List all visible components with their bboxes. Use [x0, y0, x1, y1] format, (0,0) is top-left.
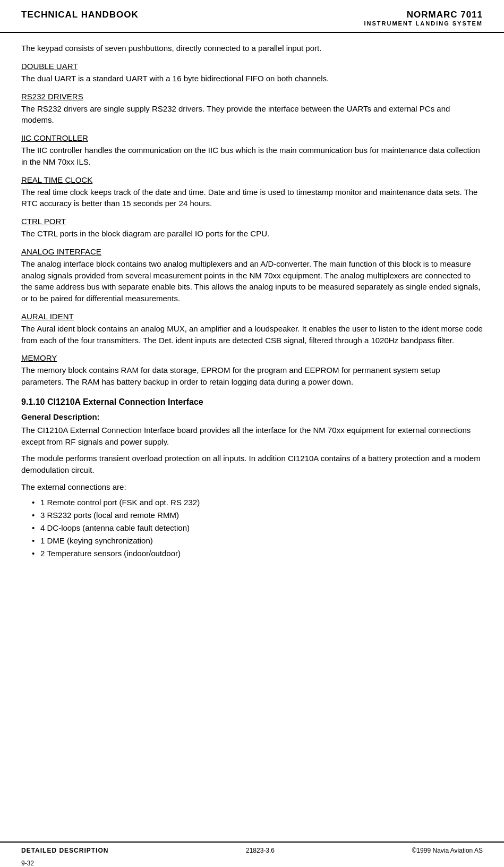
- ctrl-port-title: CTRL PORT: [21, 217, 483, 226]
- memory-title: MEMORY: [21, 353, 483, 362]
- analog-interface-text: The analog interface block contains two …: [21, 258, 483, 304]
- footer-right: ©1999 Navia Aviation AS: [412, 847, 483, 854]
- rs232-drivers-title: RS232 DRIVERS: [21, 92, 483, 101]
- subsection-para3: The external connections are:: [21, 481, 483, 493]
- list-item: 3 RS232 ports (local and remote RMM): [32, 509, 483, 522]
- double-uart-text: The dual UART is a standard UART with a …: [21, 73, 483, 84]
- list-item: 4 DC-loops (antenna cable fault detectio…: [32, 522, 483, 534]
- iic-controller-title: IIC CONTROLLER: [21, 133, 483, 142]
- page-footer: DETAILED DESCRIPTION 21823-3.6 ©1999 Nav…: [0, 842, 504, 858]
- iic-controller-text: The IIC controller handles the communica…: [21, 144, 483, 168]
- subsection-general-heading: General Description:: [21, 412, 483, 421]
- memory-text: The memory block contains RAM for data s…: [21, 364, 483, 388]
- real-time-clock-title: REAL TIME CLOCK: [21, 175, 483, 184]
- page-header: TECHNICAL HANDBOOK NORMARC 7011 INSTRUME…: [0, 0, 504, 33]
- subsection-heading: 9.1.10 CI1210A External Connection Inter…: [21, 397, 483, 407]
- intro-text: The keypad consists of seven pushbuttons…: [21, 42, 483, 54]
- list-item: 2 Temperature sensors (indoor/outdoor): [32, 547, 483, 560]
- header-right-subtitle: INSTRUMENT LANDING SYSTEM: [364, 20, 483, 27]
- list-item: 1 Remote control port (FSK and opt. RS 2…: [32, 496, 483, 509]
- rs232-drivers-text: The RS232 drivers are single supply RS23…: [21, 103, 483, 126]
- subsection-9110: 9.1.10 CI1210A External Connection Inter…: [21, 397, 483, 560]
- section-analog-interface: ANALOG INTERFACE The analog interface bl…: [21, 247, 483, 304]
- real-time-clock-text: The real time clock keeps track of the d…: [21, 186, 483, 210]
- section-ctrl-port: CTRL PORT The CTRL ports in the block di…: [21, 217, 483, 240]
- analog-interface-title: ANALOG INTERFACE: [21, 247, 483, 256]
- section-double-uart: DOUBLE UART The dual UART is a standard …: [21, 62, 483, 84]
- main-content: The keypad consists of seven pushbuttons…: [0, 33, 504, 842]
- aural-ident-title: AURAL IDENT: [21, 312, 483, 321]
- subsection-para2: The module performs transient overload p…: [21, 453, 483, 476]
- ctrl-port-text: The CTRL ports in the block diagram are …: [21, 228, 483, 240]
- header-left-title: TECHNICAL HANDBOOK: [21, 10, 139, 20]
- aural-ident-text: The Aural ident block contains an analog…: [21, 323, 483, 346]
- footer-left: DETAILED DESCRIPTION: [21, 847, 108, 854]
- header-right-title: NORMARC 7011: [364, 10, 483, 20]
- footer-page-number: 9-32: [21, 860, 34, 867]
- page: TECHNICAL HANDBOOK NORMARC 7011 INSTRUME…: [0, 0, 504, 867]
- footer-center: 21823-3.6: [246, 847, 275, 854]
- footer-page-row: 9-32: [0, 858, 504, 867]
- section-real-time-clock: REAL TIME CLOCK The real time clock keep…: [21, 175, 483, 210]
- section-iic-controller: IIC CONTROLLER The IIC controller handle…: [21, 133, 483, 168]
- header-right-block: NORMARC 7011 INSTRUMENT LANDING SYSTEM: [364, 10, 483, 27]
- section-intro: The keypad consists of seven pushbuttons…: [21, 42, 483, 54]
- section-aural-ident: AURAL IDENT The Aural ident block contai…: [21, 312, 483, 346]
- list-item: 1 DME (keying synchronization): [32, 534, 483, 547]
- subsection-para1: The CI1210A External Connection Interfac…: [21, 424, 483, 448]
- section-rs232-drivers: RS232 DRIVERS The RS232 drivers are sing…: [21, 92, 483, 126]
- section-memory: MEMORY The memory block contains RAM for…: [21, 353, 483, 388]
- double-uart-title: DOUBLE UART: [21, 62, 483, 71]
- subsection-bullet-list: 1 Remote control port (FSK and opt. RS 2…: [21, 496, 483, 560]
